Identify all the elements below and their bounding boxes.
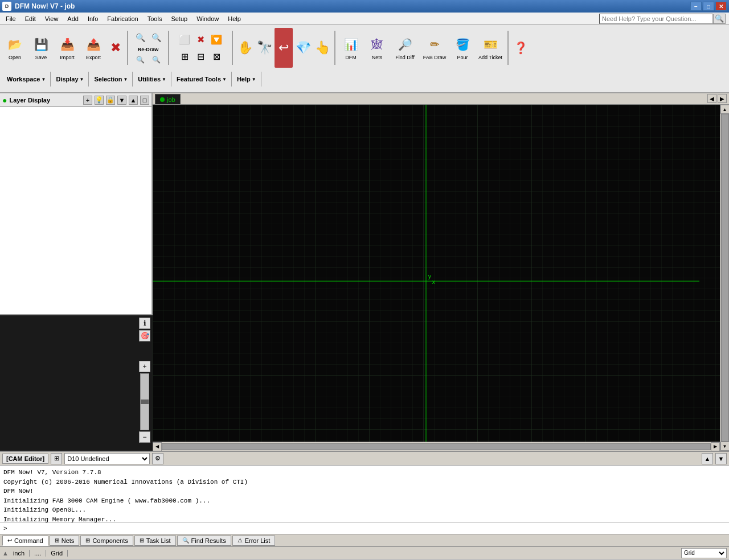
zoom-out-button[interactable]: 🔍 <box>149 30 163 46</box>
open-label: Open <box>9 55 21 60</box>
select-all-button[interactable]: ⬜ <box>177 31 192 47</box>
fab-draw-label: FAB Draw <box>423 55 447 60</box>
zoom-in-mini-button[interactable]: + <box>139 361 150 372</box>
hand-button[interactable]: ✋ <box>236 28 254 68</box>
layer-expand-button[interactable]: □ <box>140 96 149 105</box>
scroll-left-button[interactable]: ◀ <box>153 442 162 451</box>
import-button[interactable]: 📥 Import <box>55 28 80 68</box>
horizontal-scrollbar[interactable]: ◀ ▶ <box>153 442 720 451</box>
menu-help[interactable]: Help <box>223 13 245 24</box>
info-button[interactable]: ℹ <box>139 318 150 329</box>
cam-editor-icon[interactable]: ⊞ <box>51 453 62 464</box>
select-add-button[interactable]: ⊞ <box>177 48 192 64</box>
zoom-in2-button[interactable]: 🔍 <box>133 53 148 66</box>
layer-content <box>0 107 151 314</box>
scroll-thumb-h[interactable] <box>162 443 711 450</box>
app-icon: D <box>2 2 11 11</box>
components-tab-label: Components <box>92 537 128 544</box>
layer-settings-button[interactable]: ⚙ <box>152 453 163 464</box>
utilities-label[interactable]: Utilities ▼ <box>136 76 169 83</box>
layer-light-button[interactable]: 💡 <box>95 96 104 105</box>
output-line-6: Initializing Memory Manager... <box>3 515 726 523</box>
canvas-nav-left[interactable]: ◀ <box>707 94 716 103</box>
delete-button[interactable]: ✖ <box>107 28 124 68</box>
pointer-button[interactable]: 👆 <box>313 28 331 68</box>
fab-draw-icon: ✏ <box>425 35 444 53</box>
tab-components[interactable]: ⊞ Components <box>80 536 133 546</box>
utilities-group: ✋ 🔭 ↩ 💎 👆 <box>236 28 331 68</box>
canvas-tab-job[interactable]: job <box>155 94 181 104</box>
dfm-button[interactable]: 📊 DFM <box>338 28 363 68</box>
menu-setup[interactable]: Setup <box>166 13 192 24</box>
scroll-right-button[interactable]: ▶ <box>711 442 720 451</box>
help-button[interactable]: ❓ <box>511 28 530 68</box>
zoom-out-mini-button[interactable]: − <box>139 431 150 443</box>
vertical-scrollbar[interactable]: ▲ ▼ <box>720 105 729 451</box>
find-diff-button[interactable]: 🔎 Find Diff <box>391 28 419 68</box>
tab-nets[interactable]: ⊞ Nets <box>50 536 80 546</box>
save-button[interactable]: 💾 Save <box>28 28 54 68</box>
canvas-viewport[interactable]: x y ▲ ▼ ◀ ▶ <box>153 105 729 451</box>
save-icon: 💾 <box>32 35 50 53</box>
undo-button[interactable]: ↩ <box>275 28 293 68</box>
export-button[interactable]: 📤 Export <box>81 28 106 68</box>
selection-label[interactable]: Selection ▼ <box>92 76 130 83</box>
tab-command[interactable]: ↩ Command <box>2 536 48 546</box>
fab-draw-button[interactable]: ✏ FAB Draw <box>420 28 449 68</box>
menu-info[interactable]: Info <box>83 13 103 24</box>
panel-expand-button[interactable]: ▲ <box>702 453 713 464</box>
zoom-thumb[interactable] <box>141 400 149 404</box>
grid-select[interactable]: Grid <box>681 548 727 558</box>
tab-error-list[interactable]: ⚠ Error List <box>232 536 276 546</box>
menu-view[interactable]: View <box>40 13 63 24</box>
zoom-in-button[interactable]: 🔍 <box>133 30 148 46</box>
tab-task-list[interactable]: ⊞ Task List <box>134 536 176 546</box>
delete-icon: ✖ <box>107 39 125 57</box>
layer-add-button[interactable]: + <box>83 96 92 105</box>
featured-tools-label[interactable]: Featured Tools ▼ <box>174 76 229 83</box>
scroll-down-button[interactable]: ▼ <box>720 442 730 451</box>
pour-button[interactable]: 🪣 Pour <box>450 28 475 68</box>
workspace-label[interactable]: Workspace ▼ <box>5 76 48 83</box>
add-ticket-button[interactable]: 🎫 Add Ticket <box>476 28 505 68</box>
select-mode-button[interactable]: ⊠ <box>209 48 224 64</box>
layer-down-button[interactable]: ▼ <box>117 96 126 105</box>
search-button[interactable]: 🔭 <box>255 28 273 68</box>
open-button[interactable]: 📂 Open <box>2 28 27 68</box>
mini-map-canvas[interactable] <box>0 315 153 451</box>
zoom-track[interactable] <box>140 373 149 430</box>
tab-find-results[interactable]: 🔍 Find Results <box>177 536 231 546</box>
scroll-thumb-v[interactable] <box>721 114 729 442</box>
menu-add[interactable]: Add <box>63 13 83 24</box>
menu-window[interactable]: Window <box>192 13 223 24</box>
help-search-input[interactable] <box>599 14 713 24</box>
separator-4 <box>334 31 335 65</box>
layer-dropdown[interactable]: D10 Undefined <box>64 453 150 464</box>
layer-up-button[interactable]: ▲ <box>129 96 138 105</box>
gem-button[interactable]: 💎 <box>294 28 312 68</box>
help-group-label-text[interactable]: Help ▼ <box>235 76 259 83</box>
panel-collapse-button[interactable]: ▼ <box>715 453 727 464</box>
display-label[interactable]: Display ▼ <box>54 76 86 83</box>
select-filter-button[interactable]: 🔽 <box>209 31 224 47</box>
menu-tools[interactable]: Tools <box>143 13 167 24</box>
target-button[interactable]: 🎯 <box>139 330 150 341</box>
left-panel: ● Layer Display + 💡 🔒 ▼ ▲ □ ℹ 🎯 + − <box>0 93 153 451</box>
menu-fabrication[interactable]: Fabrication <box>103 13 142 24</box>
minimize-button[interactable]: − <box>690 2 702 11</box>
menu-edit[interactable]: Edit <box>21 13 40 24</box>
gem-icon: 💎 <box>294 39 312 57</box>
nets-button[interactable]: 🕸 Nets <box>364 28 390 68</box>
select-clear-button[interactable]: ✖ <box>193 31 208 47</box>
menu-bar: File Edit View Add Info Fabrication Tool… <box>0 13 729 25</box>
menu-file[interactable]: File <box>1 13 21 24</box>
find-results-tab-icon: 🔍 <box>182 537 189 543</box>
help-search-button[interactable]: 🔍 <box>713 14 726 24</box>
scroll-up-button[interactable]: ▲ <box>720 105 730 114</box>
maximize-button[interactable]: □ <box>703 2 714 11</box>
zoom-out2-button[interactable]: 🔍 <box>149 53 163 66</box>
layer-lock-button[interactable]: 🔒 <box>106 96 115 105</box>
canvas-nav-right[interactable]: ▶ <box>718 94 727 103</box>
select-remove-button[interactable]: ⊟ <box>193 48 208 64</box>
close-button[interactable]: ✕ <box>715 2 727 11</box>
